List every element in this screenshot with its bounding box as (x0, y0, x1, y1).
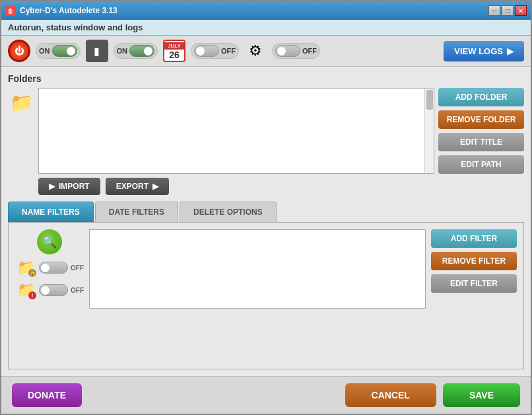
filter-list[interactable] (89, 229, 426, 309)
toggle-switch-4[interactable] (275, 45, 300, 57)
tabs-row: NAME FILTERS DATE FILTERS DELETE OPTIONS (8, 202, 524, 223)
main-content: Folders 📁 ADD FOLDER REMOVE FOLDER EDIT … (1, 67, 531, 376)
remove-folder-button[interactable]: REMOVE FOLDER (438, 110, 524, 129)
import-arrow-icon: ▶ (49, 182, 55, 191)
import-button[interactable]: ▶ IMPORT (38, 178, 100, 195)
export-label: EXPORT (116, 182, 149, 191)
export-arrow-icon: ▶ (152, 182, 158, 191)
watermark-bar: Autorun, status window and logs (1, 20, 531, 36)
tabs-section: NAME FILTERS DATE FILTERS DELETE OPTIONS… (8, 202, 524, 369)
toggle-label-2: ON (117, 47, 128, 55)
filter-row-2: 📁 ! OFF (15, 281, 84, 299)
search-icon: 🔍 (37, 229, 62, 254)
toggle-group-2: ON (114, 43, 158, 59)
toggle-switch-3[interactable] (194, 45, 219, 57)
window-controls: ─ □ ✕ (488, 5, 527, 16)
filter-folder-icon-1: 📁 🔒 (15, 258, 36, 277)
filter-toggle-2[interactable] (39, 284, 68, 296)
main-window: 🗑 Cyber-D's Autodelete 3.13 ─ □ ✕ Autoru… (0, 0, 532, 415)
donate-button[interactable]: DONATE (12, 383, 82, 407)
gear-icon: ⚙ (244, 40, 267, 62)
folders-list-inner (39, 89, 434, 173)
power-button[interactable]: ⏻ (8, 40, 30, 62)
toggle-switch-1[interactable] (52, 45, 77, 57)
calendar-icon: JULY 26 (163, 40, 185, 62)
add-folder-button[interactable]: ADD FOLDER (438, 88, 524, 106)
tab-date-filters[interactable]: DATE FILTERS (95, 202, 178, 222)
toggle-label-4: OFF (302, 47, 317, 55)
toggle-label-3: OFF (221, 47, 236, 55)
toggle-group-3: OFF (191, 43, 239, 59)
lock-badge: 🔒 (28, 269, 36, 277)
title-bar: 🗑 Cyber-D's Autodelete 3.13 ─ □ ✕ (1, 1, 531, 20)
add-filter-button[interactable]: ADD FILTER (431, 229, 517, 248)
folders-section: Folders 📁 ADD FOLDER REMOVE FOLDER EDIT … (8, 73, 524, 195)
import-label: IMPORT (59, 182, 90, 191)
filter-buttons: ADD FILTER REMOVE FILTER EDIT FILTER (431, 229, 517, 293)
filter-toggle-1[interactable] (39, 262, 68, 274)
save-button[interactable]: SAVE (443, 383, 520, 407)
toolbar: ⏻ ON ▮ ON JULY 26 OFF ⚙ OFF VIEW LOGS ▶ (1, 36, 531, 67)
tab-content: 🔍 📁 🔒 OFF 📁 ! (8, 223, 524, 369)
folders-scrollbar-thumb (426, 90, 433, 110)
filter-folder-icon-2: 📁 ! (15, 281, 36, 299)
bottom-bar: DONATE CANCEL SAVE (1, 376, 531, 414)
folder-icon-big: 📁 (8, 91, 34, 114)
edit-title-button[interactable]: EDIT TITLE (438, 133, 524, 151)
edit-path-button[interactable]: EDIT PATH (438, 155, 524, 174)
tab-name-filters[interactable]: NAME FILTERS (8, 202, 94, 222)
toggle-group-4: OFF (272, 43, 320, 59)
terminal-icon: ▮ (86, 40, 108, 62)
export-button[interactable]: EXPORT ▶ (106, 178, 169, 195)
maximize-button[interactable]: □ (502, 5, 514, 16)
view-logs-arrow-icon: ▶ (507, 46, 514, 56)
bottom-right: CANCEL SAVE (345, 383, 520, 407)
toggle-label-1: ON (39, 47, 50, 55)
toggle-group-1: ON (36, 43, 81, 59)
filter-toggle-label-2: OFF (71, 287, 84, 294)
window-title: Cyber-D's Autodelete 3.13 (20, 6, 117, 15)
folders-scrollbar[interactable] (424, 89, 434, 173)
view-logs-label: VIEW LOGS (454, 46, 503, 56)
view-logs-button[interactable]: VIEW LOGS ▶ (444, 41, 524, 61)
folders-row: 📁 ADD FOLDER REMOVE FOLDER EDIT TITLE ED… (8, 88, 524, 174)
import-export-row: ▶ IMPORT EXPORT ▶ (8, 178, 524, 195)
filter-toggle-label-1: OFF (71, 264, 84, 272)
cancel-button[interactable]: CANCEL (345, 383, 436, 407)
minimize-button[interactable]: ─ (488, 5, 500, 16)
error-badge: ! (28, 291, 36, 299)
edit-filter-button[interactable]: EDIT FILTER (431, 274, 517, 293)
filter-row-1: 📁 🔒 OFF (15, 258, 84, 277)
tab-delete-options[interactable]: DELETE OPTIONS (180, 202, 277, 222)
toggle-switch-2[interactable] (129, 45, 154, 57)
cal-month: JULY (164, 42, 184, 50)
watermark-text: Autorun, status window and logs (8, 22, 143, 32)
cal-day: 26 (169, 50, 180, 60)
app-icon: 🗑 (5, 5, 16, 16)
remove-filter-button[interactable]: REMOVE FILTER (431, 252, 517, 270)
filter-icons-col: 🔍 📁 🔒 OFF 📁 ! (15, 229, 84, 299)
close-button[interactable]: ✕ (515, 5, 527, 16)
folders-title: Folders (8, 73, 524, 84)
folder-buttons: ADD FOLDER REMOVE FOLDER EDIT TITLE EDIT… (438, 88, 524, 174)
folders-list[interactable] (38, 88, 434, 174)
